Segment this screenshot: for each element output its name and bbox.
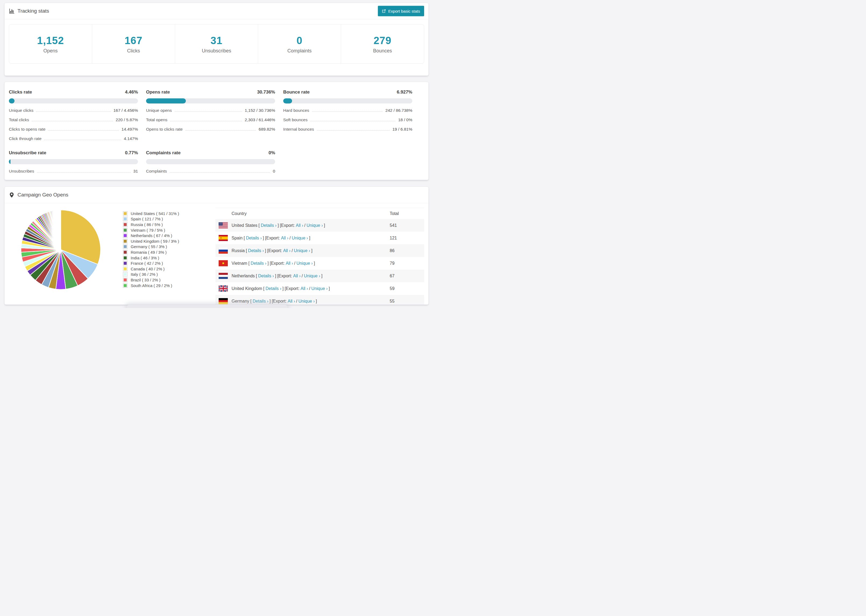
dotted-leader (175, 112, 242, 112)
export-all-link[interactable]: All › (281, 236, 288, 240)
opens-rate-block: Opens rate30.736%Unique opens1,152 / 30.… (146, 90, 275, 141)
table-row-text: [ (248, 261, 249, 266)
flag-nl-icon (219, 273, 228, 279)
progress-bar-fill (9, 159, 11, 164)
rate-value: 6.927% (397, 90, 412, 95)
legend-item-france[interactable]: France ( 42 / 2% ) (123, 261, 216, 266)
legend-item-canada[interactable]: Canada ( 40 / 2% ) (123, 266, 216, 272)
legend-item-spain[interactable]: Spain ( 121 / 7% ) (123, 216, 216, 222)
export-all-link[interactable]: All › (288, 299, 295, 304)
details-link[interactable]: Details › (258, 273, 274, 278)
details-link[interactable]: Details › (251, 261, 266, 266)
table-row-germany: Germany[Details ›][Export:All ›/Unique ›… (216, 295, 424, 305)
rate-head: Bounce rate6.927% (283, 90, 412, 95)
stat-cell-opens: 1,152Opens (9, 24, 92, 63)
export-unique-link[interactable]: Unique › (307, 223, 323, 228)
pie-svg (20, 209, 101, 290)
country-cell: United States[Details ›][Export:All ›/Un… (216, 222, 390, 228)
stat-value: 31 (175, 35, 258, 46)
export-unique-link[interactable]: Unique › (299, 299, 315, 304)
legend-item-brazil[interactable]: Brazil ( 33 / 2% ) (123, 277, 216, 283)
legend-label: Vietnam ( 79 / 5% ) (131, 228, 165, 233)
bar-chart-icon (9, 8, 14, 14)
export-all-link[interactable]: All › (301, 286, 308, 291)
legend-label: Spain ( 121 / 7% ) (131, 217, 163, 221)
total-cell: 121 (390, 236, 424, 240)
legend-item-netherlands[interactable]: Netherlands ( 67 / 4% ) (123, 233, 216, 238)
dotted-leader (310, 121, 395, 121)
export-basic-stats-label: Export basic stats (388, 9, 420, 13)
legend-label: Romania ( 49 / 3% ) (131, 250, 167, 255)
total-column-header: Total (390, 211, 424, 216)
export-unique-link[interactable]: Unique › (296, 261, 313, 266)
legend-item-italy[interactable]: Italy ( 36 / 2% ) (123, 272, 216, 277)
table-row-vietnam: Vietnam[Details ›][Export:All ›/Unique ›… (216, 257, 424, 270)
flag-de-icon (219, 298, 228, 304)
horizontal-scrollbar-thumb[interactable] (127, 305, 287, 308)
export-unique-link[interactable]: Unique › (304, 273, 320, 278)
rate-rows: Unique opens1,152 / 30.736%Total opens2,… (146, 108, 275, 132)
rate-row-label: Opens to clicks rate (146, 127, 183, 132)
export-unique-link[interactable]: Unique › (292, 236, 308, 240)
rate-row-total-opens: Total opens2,303 / 61.446% (146, 118, 275, 122)
export-all-link[interactable]: All › (293, 273, 301, 278)
details-link[interactable]: Details › (246, 236, 262, 240)
progress-bar-track (146, 159, 275, 164)
legend-swatch (123, 261, 128, 266)
legend-label: South Africa ( 29 / 2% ) (131, 283, 172, 288)
table-row-united-kingdom: United Kingdom[Details ›][Export:All ›/U… (216, 282, 424, 295)
legend-item-romania[interactable]: Romania ( 49 / 3% ) (123, 250, 216, 255)
table-row-text: [ (246, 248, 247, 253)
table-row-text: [ (244, 236, 245, 240)
legend-swatch (123, 267, 128, 271)
details-link[interactable]: Details › (248, 248, 264, 253)
export-unique-link[interactable]: Unique › (312, 286, 328, 291)
table-row-text: [Export: (267, 248, 282, 253)
rate-row-label: Complaints (146, 169, 167, 174)
rate-row-complaints: Complaints0 (146, 169, 275, 174)
table-row-text: ] (329, 286, 330, 291)
export-unique-link[interactable]: Unique › (294, 248, 310, 253)
unsubscribe-rate-block: Unsubscribe rate0.77%Unsubscribes31 (9, 150, 138, 174)
legend-item-united-kingdom[interactable]: United Kingdom ( 59 / 3% ) (123, 238, 216, 244)
legend-item-india[interactable]: India ( 46 / 3% ) (123, 255, 216, 261)
table-row-text: [Export: (285, 286, 299, 291)
table-row-text: ] (316, 299, 317, 304)
progress-bar-track (9, 159, 138, 164)
total-cell: 541 (390, 223, 424, 228)
legend-item-vietnam[interactable]: Vietnam ( 79 / 5% ) (123, 227, 216, 233)
rate-row-value: 19 / 6.81% (392, 127, 412, 132)
export-basic-stats-button[interactable]: Export basic stats (378, 6, 424, 16)
table-row-text: ] (268, 261, 269, 266)
country-column-header: Country (216, 211, 390, 216)
legend-swatch (123, 283, 128, 288)
legend-item-united-states[interactable]: United States ( 541 / 31% ) (123, 211, 216, 216)
legend-item-south-africa[interactable]: South Africa ( 29 / 2% ) (123, 283, 216, 288)
country-cell: Vietnam[Details ›][Export:All ›/Unique ›… (216, 260, 390, 266)
legend-swatch (123, 211, 128, 216)
pie-legend: United States ( 541 / 31% )Spain ( 121 /… (123, 203, 216, 288)
details-link[interactable]: Details › (265, 286, 281, 291)
legend-item-russia[interactable]: Russia ( 86 / 5% ) (123, 222, 216, 227)
rate-row-internal-bounces: Internal bounces19 / 6.81% (283, 127, 412, 132)
flag-gb-icon (219, 285, 228, 292)
dotted-leader (312, 112, 383, 112)
flag-vn-icon (219, 260, 228, 266)
export-all-link[interactable]: All › (296, 223, 303, 228)
export-all-link[interactable]: All › (286, 261, 293, 266)
geo-pie-chart (9, 203, 123, 290)
stat-label: Opens (9, 48, 92, 54)
flag-us-icon (219, 222, 228, 228)
stat-cell-complaints: 0Complaints (258, 24, 341, 63)
table-row-text: ] (321, 273, 323, 278)
details-link[interactable]: Details › (261, 223, 277, 228)
rate-row-value: 689.82% (259, 127, 275, 132)
table-row-text: / (309, 286, 310, 291)
stat-label: Unsubscribes (175, 48, 258, 54)
map-pin-icon (9, 192, 14, 198)
geo-table-header: Country Total (216, 208, 424, 219)
export-all-link[interactable]: All › (283, 248, 291, 253)
legend-item-germany[interactable]: Germany ( 55 / 3% ) (123, 244, 216, 250)
details-link[interactable]: Details › (252, 299, 268, 304)
progress-bar-track (283, 98, 412, 104)
